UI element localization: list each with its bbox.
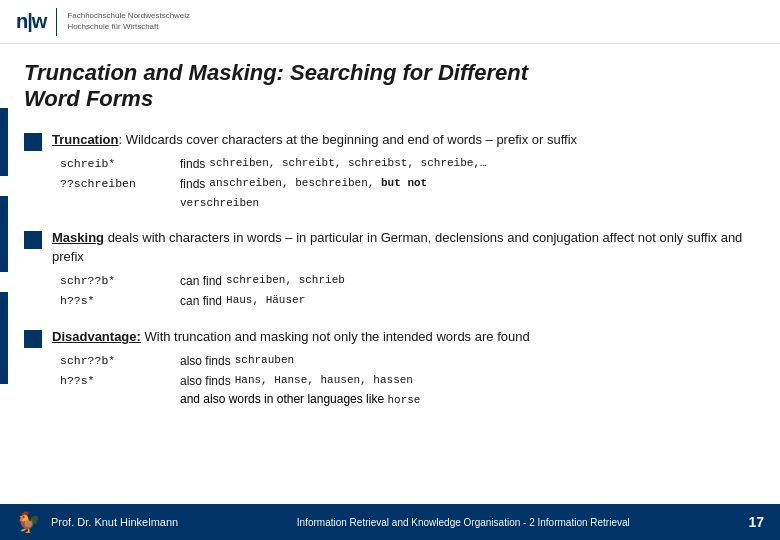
term-schr-b: schr??b* <box>60 272 180 289</box>
bullet-masking <box>24 231 42 249</box>
logo-nw: n|w <box>16 10 46 33</box>
bullet-disadvantage <box>24 330 42 348</box>
table-row: schr??b* can find schreiben, schrieb <box>60 272 756 290</box>
table-row: ??schreiben finds anschreiben, beschreib… <box>60 175 756 212</box>
term-schreib: schreib* <box>60 155 180 172</box>
result-wrap-2: finds anschreiben, beschreiben, but not … <box>180 175 427 212</box>
result-2: anschreiben, beschreiben, but not <box>209 175 427 192</box>
masking-examples: schr??b* can find schreiben, schrieb h??… <box>60 272 756 310</box>
result-3: schreiben, schrieb <box>226 272 345 289</box>
can-find-label-2: can find <box>180 292 222 310</box>
term-schr-b2: schr??b* <box>60 352 180 369</box>
result-5: schrauben <box>235 352 294 369</box>
result-4: Haus, Häuser <box>226 292 305 309</box>
result-2b: verschreiben <box>180 197 259 209</box>
disadvantage-examples: schr??b* also finds schrauben h??s* also… <box>60 352 756 409</box>
table-row: h??s* can find Haus, Häuser <box>60 292 756 310</box>
masking-content: Masking deals with characters in words –… <box>52 229 756 313</box>
section-masking: Masking deals with characters in words –… <box>24 229 756 313</box>
result-6a: Hans, Hanse, hausen, hassen <box>235 372 413 389</box>
rooster-icon: 🐓 <box>16 510 41 534</box>
footer-left: 🐓 Prof. Dr. Knut Hinkelmann <box>16 510 178 534</box>
footer-center-text: Information Retrieval and Knowledge Orga… <box>198 517 728 528</box>
finds-label-2: finds <box>180 175 205 193</box>
section-disadvantage: Disadvantage: With truncation and maskin… <box>24 328 756 413</box>
disadvantage-content: Disadvantage: With truncation and maskin… <box>52 328 756 413</box>
term-schreiben: ??schreiben <box>60 175 180 192</box>
table-row: schreib* finds schreiben, schreibt, schr… <box>60 155 756 173</box>
logo-divider <box>56 8 57 36</box>
accent-bar-2 <box>0 196 8 272</box>
accent-bar-1 <box>0 108 8 176</box>
result-6b: and also words in other languages like h… <box>180 392 420 406</box>
footer: 🐓 Prof. Dr. Knut Hinkelmann Information … <box>0 504 780 540</box>
professor-name: Prof. Dr. Knut Hinkelmann <box>51 516 178 528</box>
result-wrap-6: also finds Hans, Hanse, hausen, hassen a… <box>180 372 420 409</box>
finds-label-1: finds <box>180 155 205 173</box>
main-content: Truncation and Masking: Searching for Di… <box>0 44 780 439</box>
page-title: Truncation and Masking: Searching for Di… <box>24 60 756 113</box>
footer-page-number: 17 <box>748 514 764 530</box>
can-find-label-1: can find <box>180 272 222 290</box>
disadvantage-title: Disadvantage: With truncation and maskin… <box>52 328 756 346</box>
table-row: h??s* also finds Hans, Hanse, hausen, ha… <box>60 372 756 409</box>
bullet-truncation <box>24 133 42 151</box>
term-hs: h??s* <box>60 292 180 309</box>
truncation-content: Truncation: Wildcards cover characters a… <box>52 131 756 216</box>
accent-bar-3 <box>0 292 8 384</box>
masking-title: Masking deals with characters in words –… <box>52 229 756 265</box>
also-finds-label-1: also finds <box>180 352 231 370</box>
truncation-title: Truncation: Wildcards cover characters a… <box>52 131 756 149</box>
table-row: schr??b* also finds schrauben <box>60 352 756 370</box>
also-finds-label-2: also finds <box>180 372 231 390</box>
term-hs2: h??s* <box>60 372 180 389</box>
section-truncation: Truncation: Wildcards cover characters a… <box>24 131 756 216</box>
header: n|w Fachhochschule Nordwestschweiz Hochs… <box>0 0 780 44</box>
truncation-examples: schreib* finds schreiben, schreibt, schr… <box>60 155 756 212</box>
result-1: schreiben, schreibt, schreibst, schreibe… <box>209 155 486 172</box>
logo-text: Fachhochschule Nordwestschweiz Hochschul… <box>67 11 190 32</box>
